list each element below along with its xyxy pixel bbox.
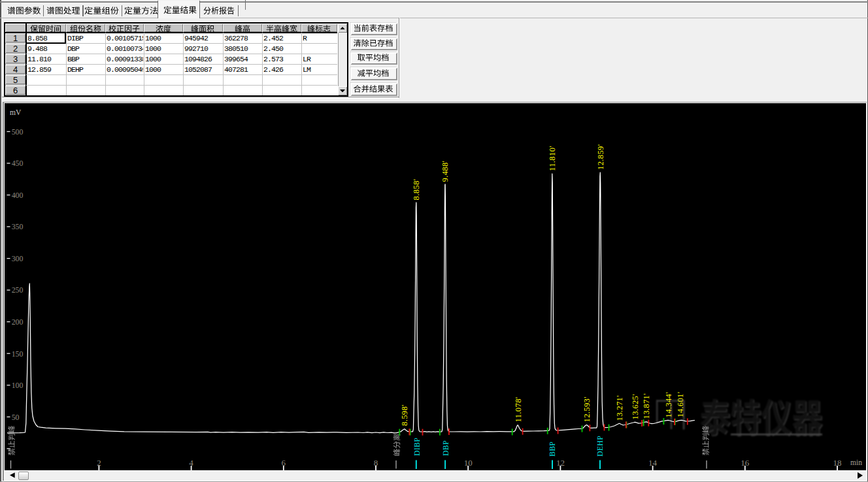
svg-text:DEHP: DEHP (595, 436, 605, 457)
svg-text:12.859': 12.859' (596, 144, 605, 170)
svg-text:100: 100 (12, 381, 24, 390)
svg-text:250: 250 (12, 285, 24, 295)
svg-text:8.858': 8.858' (412, 179, 421, 201)
svg-text:11.810': 11.810' (548, 146, 557, 171)
svg-text:DIBP: DIBP (412, 438, 422, 456)
svg-text:450: 450 (12, 159, 24, 168)
svg-text:14.344': 14.344' (664, 392, 673, 417)
svg-text:12.593': 12.593' (582, 396, 592, 422)
svg-text:150: 150 (12, 349, 24, 359)
svg-text:mV: mV (10, 108, 22, 116)
svg-text:500: 500 (12, 127, 24, 137)
svg-text:350: 350 (12, 222, 24, 231)
svg-text:9.488': 9.488' (441, 161, 450, 182)
svg-text:min: min (850, 458, 862, 466)
svg-text:13.871': 13.871' (642, 393, 651, 419)
svg-text:11.078': 11.078' (514, 397, 523, 423)
svg-text:8.598': 8.598' (400, 404, 409, 426)
svg-text:BBP: BBP (548, 442, 557, 457)
svg-text:400: 400 (12, 191, 24, 200)
svg-text:13.625': 13.625' (631, 394, 640, 419)
svg-text:14.601': 14.601' (676, 392, 685, 417)
svg-text:300: 300 (12, 254, 24, 263)
svg-text:50: 50 (12, 413, 20, 422)
svg-text:200: 200 (12, 317, 24, 327)
svg-text:DBP: DBP (441, 440, 450, 456)
svg-text:13.271': 13.271' (615, 395, 624, 421)
